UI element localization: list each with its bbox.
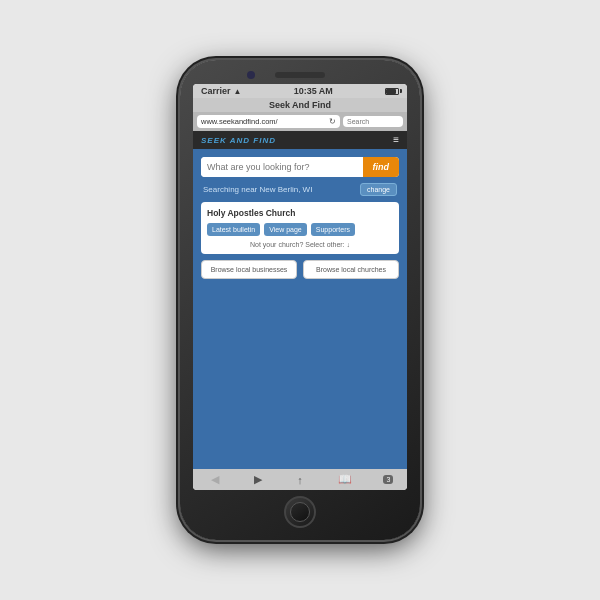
app-content: find Searching near New Berlin, WI chang…: [193, 149, 407, 469]
keyword-search-input[interactable]: [201, 157, 363, 177]
status-right: [385, 88, 399, 95]
home-button-inner: [290, 502, 310, 522]
location-text: Searching near New Berlin, WI: [203, 185, 312, 194]
church-note: Not your church? Select other: ↓: [207, 241, 393, 248]
view-page-button[interactable]: View page: [264, 223, 307, 236]
browse-businesses-button[interactable]: Browse local businesses: [201, 260, 297, 279]
tabs-button[interactable]: 3: [383, 475, 393, 484]
supporters-button[interactable]: Supporters: [311, 223, 355, 236]
find-button[interactable]: find: [363, 157, 400, 177]
forward-button[interactable]: ▶: [250, 473, 266, 486]
browser-nav: ◀ ▶ ↑ 📖 3: [193, 469, 407, 490]
status-left: Carrier ▲: [201, 86, 241, 96]
hamburger-menu[interactable]: ≡: [393, 135, 399, 145]
app-logo: SEEK AND find: [201, 136, 276, 145]
address-text: www.seekandfind.com/: [201, 117, 327, 126]
church-actions: Latest bulletin View page Supporters: [207, 223, 393, 236]
status-bar: Carrier ▲ 10:35 AM: [193, 84, 407, 98]
carrier-label: Carrier: [201, 86, 231, 96]
app-header: SEEK AND find ≡: [193, 131, 407, 149]
address-bar[interactable]: www.seekandfind.com/ ↻: [197, 115, 340, 128]
church-card: Holy Apostles Church Latest bulletin Vie…: [201, 202, 399, 254]
logo-text: SEEK AND: [201, 136, 253, 145]
browser-title-bar: Seek And Find: [193, 98, 407, 112]
bookmarks-button[interactable]: 📖: [334, 473, 356, 486]
phone-speaker: [275, 72, 325, 78]
phone-screen: Carrier ▲ 10:35 AM Seek And Find www.see…: [193, 84, 407, 490]
browser-address-bar: www.seekandfind.com/ ↻: [193, 112, 407, 131]
battery-fill: [386, 89, 396, 94]
church-name: Holy Apostles Church: [207, 208, 393, 218]
logo-highlight: find: [253, 136, 276, 145]
home-button[interactable]: [284, 496, 316, 528]
phone-frame: Carrier ▲ 10:35 AM Seek And Find www.see…: [180, 60, 420, 540]
browser-title: Seek And Find: [269, 100, 331, 110]
back-button[interactable]: ◀: [207, 473, 223, 486]
status-time: 10:35 AM: [294, 86, 333, 96]
latest-bulletin-button[interactable]: Latest bulletin: [207, 223, 260, 236]
browser-search-input[interactable]: [343, 116, 403, 127]
reload-icon[interactable]: ↻: [329, 117, 336, 126]
location-bar: Searching near New Berlin, WI change: [201, 183, 399, 196]
browse-section: Browse local businesses Browse local chu…: [201, 260, 399, 279]
browse-churches-button[interactable]: Browse local churches: [303, 260, 399, 279]
wifi-icon: ▲: [234, 87, 242, 96]
battery-icon: [385, 88, 399, 95]
change-location-button[interactable]: change: [360, 183, 397, 196]
share-button[interactable]: ↑: [293, 474, 307, 486]
search-box: find: [201, 157, 399, 177]
